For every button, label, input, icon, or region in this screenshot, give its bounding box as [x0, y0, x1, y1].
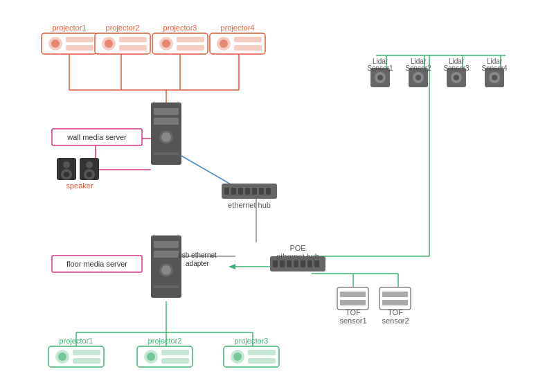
svg-rect-104 — [337, 287, 368, 310]
svg-rect-113 — [73, 350, 100, 355]
svg-rect-68 — [231, 188, 236, 195]
svg-text:Sensor3: Sensor3 — [443, 64, 470, 72]
svg-rect-123 — [248, 350, 276, 355]
system-diagram: wall media server — [0, 0, 554, 392]
svg-point-42 — [162, 39, 170, 48]
svg-text:projector2: projector2 — [106, 24, 140, 32]
svg-point-47 — [220, 39, 228, 48]
svg-point-37 — [105, 39, 113, 48]
svg-text:ethernet hub: ethernet hub — [228, 201, 271, 209]
svg-text:projector2: projector2 — [148, 337, 182, 345]
svg-rect-43 — [177, 37, 204, 42]
svg-point-65 — [87, 172, 92, 177]
svg-point-100 — [454, 75, 459, 80]
svg-rect-105 — [340, 292, 366, 297]
svg-point-122 — [233, 353, 242, 361]
svg-text:sensor2: sensor2 — [382, 317, 409, 325]
svg-rect-33 — [66, 37, 93, 42]
svg-point-59 — [63, 161, 70, 168]
svg-rect-44 — [177, 45, 204, 51]
svg-point-54 — [161, 132, 171, 142]
svg-text:usb ethernet: usb ethernet — [178, 251, 217, 259]
svg-rect-86 — [280, 260, 285, 267]
svg-text:Sensor4: Sensor4 — [481, 64, 508, 72]
svg-text:adapter: adapter — [186, 260, 210, 267]
svg-text:projector1: projector1 — [60, 337, 93, 345]
svg-text:POE: POE — [289, 244, 305, 252]
svg-rect-106 — [340, 300, 366, 305]
svg-rect-67 — [224, 188, 229, 195]
svg-rect-114 — [73, 358, 100, 364]
svg-point-61 — [64, 172, 69, 177]
svg-rect-55 — [154, 152, 179, 155]
svg-point-103 — [492, 75, 497, 80]
svg-rect-34 — [66, 45, 93, 51]
svg-text:TOF: TOF — [346, 308, 361, 317]
svg-text:Sensor2: Sensor2 — [405, 64, 431, 72]
svg-text:ethernet hub: ethernet hub — [276, 252, 319, 260]
svg-text:speaker: speaker — [66, 181, 93, 190]
svg-point-94 — [377, 75, 383, 80]
svg-point-112 — [58, 353, 66, 361]
svg-rect-118 — [161, 350, 189, 355]
svg-rect-108 — [382, 292, 408, 297]
svg-text:projector4: projector4 — [221, 24, 255, 32]
svg-rect-107 — [379, 287, 411, 310]
svg-rect-70 — [245, 188, 250, 195]
svg-text:projector3: projector3 — [235, 337, 269, 345]
svg-rect-73 — [266, 188, 271, 195]
svg-rect-48 — [234, 37, 262, 42]
svg-point-32 — [51, 39, 60, 48]
svg-rect-91 — [314, 260, 319, 267]
svg-rect-52 — [154, 118, 179, 125]
svg-rect-79 — [154, 285, 179, 288]
svg-rect-124 — [248, 358, 276, 364]
svg-rect-71 — [252, 188, 257, 195]
svg-point-63 — [86, 161, 93, 168]
svg-rect-76 — [154, 251, 179, 258]
svg-rect-39 — [119, 45, 147, 51]
svg-rect-87 — [287, 260, 292, 267]
svg-point-117 — [147, 353, 155, 361]
svg-text:sensor1: sensor1 — [339, 317, 366, 325]
svg-rect-88 — [294, 260, 298, 267]
svg-text:projector1: projector1 — [53, 24, 87, 32]
svg-rect-49 — [234, 45, 262, 51]
svg-rect-109 — [382, 300, 408, 305]
svg-text:TOF: TOF — [388, 308, 403, 317]
svg-rect-85 — [273, 260, 278, 267]
svg-rect-89 — [301, 260, 305, 267]
svg-rect-119 — [161, 358, 189, 364]
svg-point-78 — [161, 265, 171, 275]
svg-rect-51 — [154, 108, 179, 115]
svg-rect-75 — [154, 241, 179, 248]
svg-text:wall media server: wall media server — [66, 133, 127, 141]
svg-text:floor media server: floor media server — [66, 260, 127, 268]
svg-line-9 — [181, 156, 235, 187]
svg-rect-69 — [238, 188, 243, 195]
svg-rect-72 — [259, 188, 264, 195]
svg-marker-13 — [229, 264, 235, 269]
svg-rect-38 — [119, 37, 147, 42]
svg-text:Sensor1: Sensor1 — [367, 64, 393, 72]
svg-point-97 — [416, 75, 421, 80]
svg-rect-90 — [307, 260, 312, 267]
svg-text:projector3: projector3 — [163, 24, 197, 32]
